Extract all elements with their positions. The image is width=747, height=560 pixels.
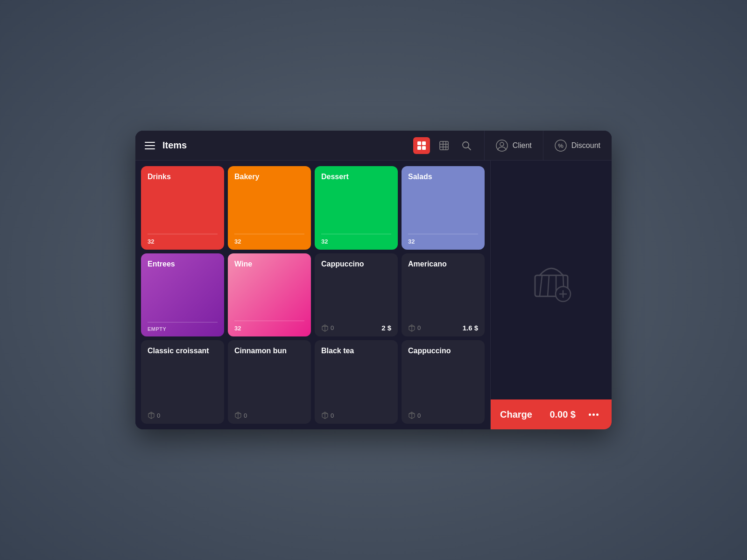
- svg-text:%: %: [558, 142, 564, 149]
- qty-value: 0: [157, 412, 160, 419]
- menu-icon[interactable]: [145, 142, 155, 149]
- cube-icon: [148, 412, 155, 419]
- app-window: Items: [135, 131, 612, 429]
- divider: [234, 234, 304, 234]
- client-button[interactable]: Client: [485, 131, 543, 161]
- charge-amount: 0.00 $: [550, 409, 576, 420]
- category-name: Entrees: [148, 260, 218, 319]
- svg-rect-2: [417, 146, 421, 150]
- main-content: Drinks 32 Bakery 32 Dessert 32 Salads 32: [135, 161, 612, 429]
- product-qty: 0: [234, 412, 247, 419]
- category-count: 32: [148, 238, 218, 245]
- search-icon: [461, 140, 472, 151]
- svg-rect-3: [422, 146, 426, 150]
- category-count: 32: [234, 325, 304, 332]
- qty-value: 0: [417, 412, 421, 419]
- qty-value: 0: [244, 412, 247, 419]
- cube-icon: [321, 324, 329, 332]
- dot-icon: [589, 413, 591, 416]
- svg-point-12: [500, 142, 504, 146]
- cube-icon: [408, 324, 416, 332]
- product-name: Classic croissant: [148, 347, 218, 412]
- product-footer: 0: [234, 412, 304, 419]
- table-icon: [439, 140, 449, 151]
- charge-label: Charge: [500, 409, 532, 420]
- category-count: 32: [321, 238, 391, 245]
- category-name: Drinks: [148, 173, 218, 230]
- product-price: 2 $: [381, 324, 391, 332]
- product-americano[interactable]: Americano 0 1.6 $: [402, 253, 485, 337]
- product-black-tea[interactable]: Black tea 0: [315, 340, 398, 424]
- more-options-button[interactable]: [585, 410, 602, 420]
- table-view-button[interactable]: [436, 137, 452, 154]
- product-cinnamon-bun[interactable]: Cinnamon bun 0: [228, 340, 311, 424]
- product-footer: 0: [408, 412, 478, 419]
- product-price: 1.6 $: [463, 324, 478, 332]
- qty-value: 0: [417, 324, 421, 331]
- product-qty: 0: [148, 412, 160, 419]
- product-cappuccino[interactable]: Cappuccino 0 2 $: [315, 253, 398, 337]
- grid-filled-icon: [416, 140, 427, 151]
- category-name: Wine: [234, 260, 304, 317]
- product-footer: 0 2 $: [321, 324, 391, 332]
- cube-icon: [234, 412, 242, 419]
- product-name: Black tea: [321, 347, 391, 412]
- header-left: Items: [135, 137, 484, 154]
- cart-area: Charge 0.00 $: [490, 161, 612, 429]
- product-name: Cappuccino: [321, 260, 391, 324]
- discount-icon: %: [555, 140, 567, 152]
- product-qty: 0: [321, 412, 334, 419]
- page-title: Items: [162, 140, 187, 151]
- search-button[interactable]: [458, 137, 475, 154]
- product-name: Cappuccino: [408, 347, 478, 412]
- category-name: Salads: [408, 173, 478, 230]
- divider: [408, 234, 478, 234]
- items-grid: Drinks 32 Bakery 32 Dessert 32 Salads 32: [135, 161, 490, 429]
- dot-icon: [596, 413, 599, 416]
- product-qty: 0: [321, 324, 334, 332]
- divider: [148, 234, 218, 234]
- discount-button[interactable]: % Discount: [543, 131, 612, 161]
- product-footer: 0 1.6 $: [408, 324, 478, 332]
- client-label: Client: [513, 141, 532, 150]
- product-footer: 0: [321, 412, 391, 419]
- product-name: Americano: [408, 260, 478, 324]
- product-name: Cinnamon bun: [234, 347, 304, 412]
- charge-bar[interactable]: Charge 0.00 $: [491, 399, 612, 429]
- category-entrees[interactable]: Entrees Empty: [141, 253, 224, 337]
- divider: [148, 322, 218, 322]
- cube-icon: [408, 412, 416, 419]
- svg-rect-0: [417, 141, 421, 145]
- cart-empty-icon: [528, 257, 575, 303]
- category-dessert[interactable]: Dessert 32: [315, 166, 398, 250]
- qty-value: 0: [331, 412, 334, 419]
- grid-view-button[interactable]: [413, 137, 430, 154]
- cube-icon: [321, 412, 329, 419]
- product-footer: 0: [148, 412, 218, 419]
- qty-value: 0: [331, 324, 334, 331]
- svg-line-16: [540, 275, 542, 296]
- category-wine[interactable]: Wine 32: [228, 253, 311, 337]
- product-qty: 0: [408, 324, 421, 332]
- discount-label: Discount: [571, 141, 600, 150]
- category-count: 32: [408, 238, 478, 245]
- category-drinks[interactable]: Drinks 32: [141, 166, 224, 250]
- category-count: 32: [234, 238, 304, 245]
- svg-rect-4: [440, 141, 448, 150]
- header-right: Client % Discount: [484, 131, 612, 161]
- svg-rect-1: [422, 141, 426, 145]
- dot-icon: [592, 413, 595, 416]
- category-name: Dessert: [321, 173, 391, 230]
- divider: [234, 321, 304, 321]
- category-name: Bakery: [234, 173, 304, 230]
- cart-empty-state: [491, 161, 612, 399]
- header-icons: [413, 137, 475, 154]
- product-qty: 0: [408, 412, 421, 419]
- svg-line-10: [468, 147, 471, 150]
- product-cappuccino-2[interactable]: Cappuccino 0: [402, 340, 485, 424]
- product-classic-croissant[interactable]: Classic croissant 0: [141, 340, 224, 424]
- category-salads[interactable]: Salads 32: [402, 166, 485, 250]
- svg-line-17: [548, 275, 549, 296]
- category-bakery[interactable]: Bakery 32: [228, 166, 311, 250]
- header: Items: [135, 131, 612, 161]
